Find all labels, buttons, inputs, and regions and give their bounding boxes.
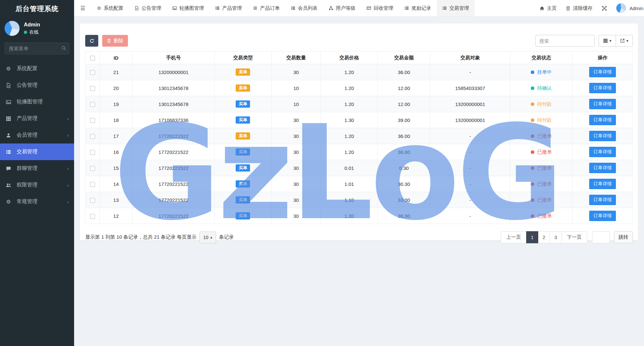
status-badge: 待确认 — [531, 85, 552, 91]
page-button-1[interactable]: 1 — [526, 231, 538, 243]
column-header-id: ID — [100, 52, 133, 64]
row-checkbox[interactable] — [90, 182, 95, 187]
row-checkbox[interactable] — [90, 214, 95, 219]
cell-status: 已撤单 — [510, 144, 573, 160]
cell-phone: 17106837336 — [133, 112, 215, 128]
order-detail-button[interactable]: 订单详情 — [589, 195, 616, 205]
sidebar-item-general[interactable]: ⚙常规管理‹ — [0, 193, 74, 210]
fullscreen-button[interactable] — [602, 6, 607, 11]
refresh-button[interactable] — [85, 35, 98, 47]
order-detail-button[interactable]: 订单详情 — [589, 211, 616, 221]
list-icon — [215, 6, 220, 10]
content-area: 删除 ▾ ▾ — [74, 16, 644, 346]
image-icon — [172, 6, 177, 10]
row-checkbox[interactable] — [90, 166, 95, 171]
status-label: 已撤单 — [537, 149, 552, 155]
sidebar-item-product[interactable]: 产品管理‹ — [0, 110, 74, 127]
tab-product-order[interactable]: 产品订单 — [247, 0, 285, 16]
cell-amount: 12.00 — [378, 96, 430, 112]
row-select-cell — [86, 96, 100, 112]
page-button-2[interactable]: 2 — [538, 231, 550, 243]
tab-reward[interactable]: 奖励记录 — [399, 0, 437, 16]
jump-page-input[interactable] — [592, 231, 610, 243]
prev-page-button[interactable]: 上一页 — [501, 231, 526, 243]
tab-label: 公告管理 — [142, 5, 161, 11]
export-icon — [620, 38, 625, 43]
page-button-3[interactable]: 3 — [550, 231, 562, 243]
user-menu[interactable]: Admin — [616, 3, 643, 13]
select-all-header-cell — [86, 52, 100, 64]
export-dropdown-button[interactable]: ▾ — [616, 35, 633, 47]
order-detail-button[interactable]: 订单详情 — [589, 115, 616, 125]
tab-banner[interactable]: 轮播图管理 — [167, 0, 210, 16]
row-checkbox[interactable] — [90, 86, 95, 91]
cell-qty: 10 — [272, 80, 321, 96]
next-page-button[interactable]: 下一页 — [561, 231, 587, 243]
status-badge: 挂单中 — [531, 69, 552, 75]
order-detail-button[interactable]: 订单详情 — [589, 131, 616, 141]
delete-button[interactable]: 删除 — [102, 35, 128, 47]
row-checkbox[interactable] — [90, 70, 95, 75]
sidebar-item-member[interactable]: 会员管理‹ — [0, 127, 74, 143]
order-detail-button[interactable]: 订单详情 — [589, 83, 616, 93]
online-status-dot — [24, 31, 27, 34]
clear-cache-link[interactable]: 清除缓存 — [566, 5, 592, 11]
table-search-input[interactable] — [535, 35, 595, 47]
row-checkbox[interactable] — [90, 134, 95, 139]
row-select-cell — [86, 128, 100, 144]
menu-search-input[interactable] — [5, 42, 70, 54]
order-detail-button[interactable]: 订单详情 — [589, 163, 616, 173]
cell-qty: 30 — [272, 176, 321, 192]
row-checkbox[interactable] — [90, 102, 95, 107]
jump-button[interactable]: 跳转 — [614, 231, 633, 243]
tab-member-list[interactable]: 会员列表 — [285, 0, 323, 16]
tab-system-config[interactable]: ⚙系统配置 — [91, 0, 129, 16]
cell-status: 待付款 — [510, 112, 573, 128]
sidebar-item-group-chat[interactable]: 群聊管理‹ — [0, 160, 74, 177]
cell-amount: 12.00 — [378, 80, 430, 96]
tab-notice[interactable]: 公告管理 — [129, 0, 167, 16]
cell-target: - — [430, 208, 510, 224]
table-row: 1217720221522买单301.2036.00-已撤单订单详情 — [86, 208, 633, 224]
page-size-select[interactable]: 10 ▴ — [199, 232, 216, 243]
order-detail-button[interactable]: 订单详情 — [589, 99, 616, 109]
tab-user-level[interactable]: 用户等级 — [323, 0, 361, 16]
table-row: 2113200000001卖单301.2036.00-挂单中订单详情 — [86, 64, 633, 80]
sidebar-item-label: 群聊管理 — [17, 165, 38, 172]
sidebar-toggle-button[interactable]: ☰ — [74, 0, 91, 16]
tab-label: 会员列表 — [298, 5, 318, 11]
chevron-left-icon: ‹ — [67, 199, 69, 204]
sidebar-item-banner[interactable]: 轮播图管理 — [0, 94, 74, 110]
sidebar-item-system-config[interactable]: ⚙系统配置 — [0, 60, 74, 77]
sidebar-item-notice[interactable]: 公告管理 — [0, 77, 74, 94]
sidebar-item-permission[interactable]: 权限管理‹ — [0, 177, 74, 193]
cell-id: 13 — [100, 192, 133, 208]
order-detail-button[interactable]: 订单详情 — [589, 147, 616, 157]
status-label: 挂单中 — [537, 69, 552, 75]
cell-qty: 30 — [272, 192, 321, 208]
tab-label: 产品订单 — [260, 5, 280, 11]
order-detail-button[interactable]: 订单详情 — [589, 179, 616, 189]
tab-product[interactable]: 产品管理 — [210, 0, 247, 16]
row-checkbox[interactable] — [90, 198, 95, 203]
tab-recycle[interactable]: 回收管理 — [361, 0, 399, 16]
status-badge: 已撤单 — [531, 149, 552, 155]
home-link[interactable]: 主页 — [540, 5, 557, 11]
user-menu-label: Admin — [629, 6, 643, 11]
columns-dropdown-button[interactable]: ▾ — [599, 35, 616, 47]
row-checkbox[interactable] — [90, 118, 95, 123]
table-row: 1417720221522买单301.0130.30-已撤单订单详情 — [86, 176, 633, 192]
tab-trade[interactable]: 交易管理 — [437, 0, 475, 16]
sidebar-item-trade[interactable]: 交易管理 — [0, 143, 74, 160]
cell-amount: 36.00 — [378, 144, 430, 160]
cell-price: 1.10 — [321, 192, 378, 208]
status-label: 待付款 — [537, 101, 552, 107]
cell-id: 20 — [100, 80, 133, 96]
expand-icon — [602, 6, 607, 11]
row-checkbox[interactable] — [90, 150, 95, 155]
order-detail-button[interactable]: 订单详情 — [589, 67, 616, 77]
page-size-value: 10 — [203, 235, 209, 240]
table-row: 1913012345678买单101.2012.0013200000001待付款… — [86, 96, 633, 112]
home-label: 主页 — [547, 5, 557, 11]
select-all-checkbox[interactable] — [90, 56, 95, 61]
